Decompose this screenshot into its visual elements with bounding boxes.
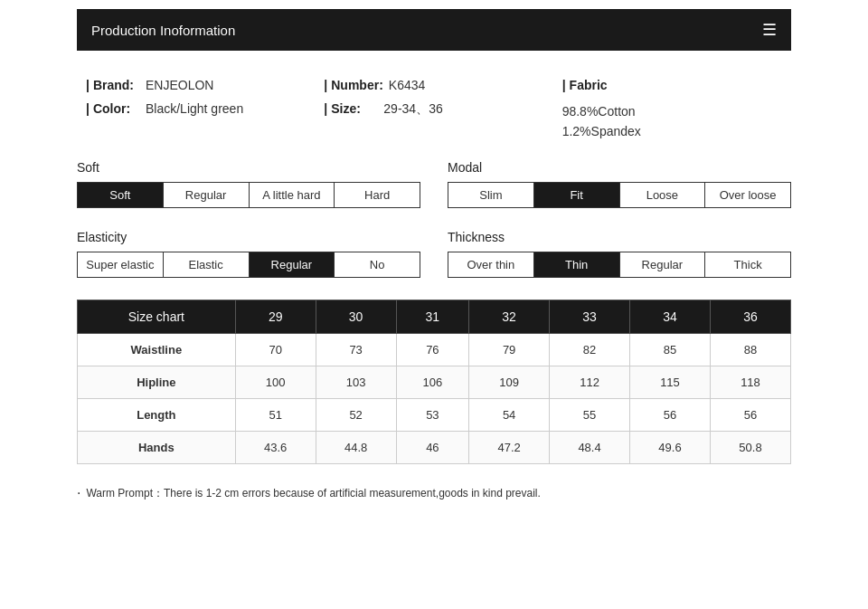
modal-btn-2[interactable]: Loose [620, 183, 706, 207]
fabric-row: Fabric [562, 78, 782, 92]
size-chart-section: Size chart 29 30 31 32 33 34 36 Waistlin… [77, 300, 791, 464]
size-value: 29-34、36 [383, 101, 442, 118]
info-col-1: Brand: ENJEOLON Color: Black/Light green [77, 78, 315, 142]
fabric-value-1: 98.8%Cotton [562, 101, 782, 121]
col-36: 36 [710, 300, 790, 333]
col-29: 29 [235, 300, 316, 333]
thickness-btn-0[interactable]: Over thin [448, 252, 534, 277]
header-title: Production Inoformation [91, 23, 235, 38]
modal-title: Modal [448, 160, 791, 175]
modal-buttons: Slim Fit Loose Over loose [448, 182, 791, 208]
size-chart-label: Size chart [78, 300, 236, 333]
brand-value: ENJEOLON [146, 78, 213, 92]
attributes-row-2: Elasticity Super elastic Elastic Regular… [77, 230, 791, 278]
modal-btn-3[interactable]: Over loose [705, 183, 790, 207]
row-label: Hipline [78, 366, 236, 398]
table-row: Hipline100103106109112115118 [78, 366, 791, 398]
cell-value: 73 [316, 333, 396, 366]
table-row: Waistline70737679828588 [78, 333, 791, 366]
elasticity-btn-3[interactable]: No [335, 252, 420, 277]
thickness-group: Thickness Over thin Thin Regular Thick [448, 230, 791, 278]
thickness-btn-2[interactable]: Regular [620, 252, 706, 277]
warm-prompt: · Warm Prompt：There is 1-2 cm errors bec… [77, 479, 791, 509]
number-row: Number: K6434 [324, 78, 543, 92]
col-34: 34 [630, 300, 711, 333]
softness-group: Soft Soft Regular A little hard Hard [77, 160, 420, 208]
cell-value: 106 [396, 366, 469, 398]
warm-prompt-dot: · [77, 486, 80, 500]
number-value: K6434 [389, 78, 425, 92]
cell-value: 48.4 [550, 431, 630, 463]
cell-value: 49.6 [630, 431, 711, 463]
thickness-btn-3[interactable]: Thick [705, 252, 790, 277]
fabric-value-2: 1.2%Spandex [562, 121, 782, 141]
cell-value: 76 [396, 333, 469, 366]
cell-value: 100 [235, 366, 316, 398]
color-row: Color: Black/Light green [86, 101, 306, 116]
cell-value: 118 [710, 366, 790, 398]
info-col-3: Fabric 98.8%Cotton 1.2%Spandex [553, 78, 791, 142]
col-31: 31 [396, 300, 469, 333]
brand-label: Brand: [86, 78, 140, 92]
cell-value: 82 [550, 333, 630, 366]
elasticity-btn-2[interactable]: Regular [250, 252, 335, 277]
softness-btn-1[interactable]: Regular [164, 183, 250, 207]
row-label: Length [78, 398, 236, 431]
softness-btn-0[interactable]: Soft [78, 183, 164, 207]
cell-value: 115 [630, 366, 711, 398]
softness-btn-3[interactable]: Hard [335, 183, 420, 207]
number-label: Number: [324, 78, 382, 92]
info-col-2: Number: K6434 Size: 29-34、36 [315, 78, 552, 142]
cell-value: 43.6 [235, 431, 316, 463]
cell-value: 54 [469, 398, 550, 431]
cell-value: 51 [235, 398, 316, 431]
elasticity-group: Elasticity Super elastic Elastic Regular… [77, 230, 420, 278]
fabric-values: 98.8%Cotton 1.2%Spandex [562, 101, 782, 142]
cell-value: 55 [550, 398, 630, 431]
color-label: Color: [86, 101, 140, 116]
cell-value: 52 [316, 398, 396, 431]
size-table-header-row: Size chart 29 30 31 32 33 34 36 [78, 300, 791, 333]
cell-value: 85 [630, 333, 711, 366]
softness-btn-2[interactable]: A little hard [250, 183, 335, 207]
fabric-label: Fabric [562, 78, 617, 92]
cell-value: 47.2 [469, 431, 550, 463]
modal-btn-1[interactable]: Fit [534, 183, 620, 207]
brand-row: Brand: ENJEOLON [86, 78, 306, 92]
size-table: Size chart 29 30 31 32 33 34 36 Waistlin… [77, 300, 791, 464]
col-30: 30 [316, 300, 396, 333]
warm-prompt-text: Warm Prompt：There is 1-2 cm errors becau… [86, 486, 540, 501]
elasticity-btn-1[interactable]: Elastic [164, 252, 250, 277]
cell-value: 53 [396, 398, 469, 431]
col-32: 32 [469, 300, 550, 333]
modal-btn-0[interactable]: Slim [448, 183, 534, 207]
softness-buttons: Soft Regular A little hard Hard [77, 182, 420, 208]
cell-value: 109 [469, 366, 550, 398]
row-label: Hands [78, 431, 236, 463]
table-row: Hands43.644.84647.248.449.650.8 [78, 431, 791, 463]
softness-title: Soft [77, 160, 420, 175]
cell-value: 79 [469, 333, 550, 366]
cell-value: 50.8 [710, 431, 790, 463]
thickness-btn-1[interactable]: Thin [534, 252, 620, 277]
info-section: Brand: ENJEOLON Color: Black/Light green… [77, 69, 791, 160]
modal-group: Modal Slim Fit Loose Over loose [448, 160, 791, 208]
cell-value: 88 [710, 333, 790, 366]
size-row: Size: 29-34、36 [324, 101, 543, 118]
elasticity-title: Elasticity [77, 230, 420, 244]
cell-value: 103 [316, 366, 396, 398]
cell-value: 56 [630, 398, 711, 431]
col-33: 33 [550, 300, 630, 333]
size-label: Size: [324, 101, 378, 116]
cell-value: 44.8 [316, 431, 396, 463]
table-row: Length51525354555656 [78, 398, 791, 431]
menu-icon[interactable]: ☰ [762, 20, 777, 40]
row-label: Waistline [78, 333, 236, 366]
attributes-row-1: Soft Soft Regular A little hard Hard Mod… [77, 160, 791, 208]
thickness-buttons: Over thin Thin Regular Thick [448, 252, 791, 278]
cell-value: 46 [396, 431, 469, 463]
thickness-title: Thickness [448, 230, 791, 244]
cell-value: 112 [550, 366, 630, 398]
color-value: Black/Light green [146, 101, 243, 116]
elasticity-btn-0[interactable]: Super elastic [78, 252, 164, 277]
